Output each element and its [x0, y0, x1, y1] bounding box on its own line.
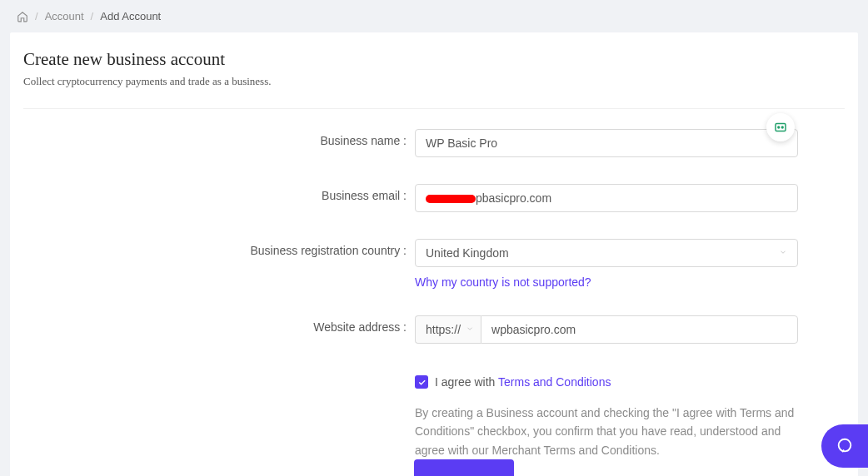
business-email-domain: pbasicpro.com: [476, 191, 551, 205]
business-email-input[interactable]: pbasicpro.com: [415, 184, 798, 212]
redacted-email-local: [426, 195, 476, 203]
business-name-input[interactable]: [415, 129, 798, 157]
website-input[interactable]: [481, 315, 798, 344]
svg-point-2: [781, 126, 783, 128]
agree-checkbox[interactable]: [415, 375, 428, 389]
submit-button[interactable]: [414, 459, 514, 476]
breadcrumb-account[interactable]: Account: [45, 10, 84, 22]
disclaimer-text: By creating a Business account and check…: [415, 404, 798, 459]
business-email-label: Business email :: [23, 184, 415, 202]
chevron-down-icon: [466, 325, 474, 335]
country-help-link[interactable]: Why my country is not supported?: [415, 275, 591, 289]
website-label: Website address :: [23, 315, 415, 334]
home-icon[interactable]: [17, 11, 28, 22]
form-card: Create new business account Collect cryp…: [10, 32, 858, 476]
svg-rect-0: [776, 124, 786, 131]
breadcrumb-separator: /: [91, 10, 94, 22]
chevron-down-icon: [779, 248, 787, 258]
agree-text: I agree with Terms and Conditions: [435, 375, 611, 389]
chat-fab[interactable]: [821, 424, 868, 468]
page-title: Create new business account: [23, 49, 845, 70]
terms-link[interactable]: Terms and Conditions: [498, 375, 611, 389]
svg-point-1: [778, 126, 780, 128]
page-subtitle: Collect cryptocurrency payments and trad…: [23, 75, 845, 88]
country-select-value: United Kingdom: [426, 246, 509, 260]
country-label: Business registration country :: [23, 239, 415, 257]
country-select[interactable]: United Kingdom: [415, 239, 798, 267]
protocol-select[interactable]: https://: [415, 315, 481, 344]
svg-point-3: [839, 439, 851, 452]
breadcrumb: / Account / Add Account: [0, 0, 868, 32]
breadcrumb-separator: /: [35, 10, 38, 22]
help-widget-badge[interactable]: [766, 113, 795, 141]
business-name-label: Business name :: [23, 129, 415, 147]
breadcrumb-add-account: Add Account: [100, 10, 161, 22]
protocol-value: https://: [426, 323, 461, 336]
